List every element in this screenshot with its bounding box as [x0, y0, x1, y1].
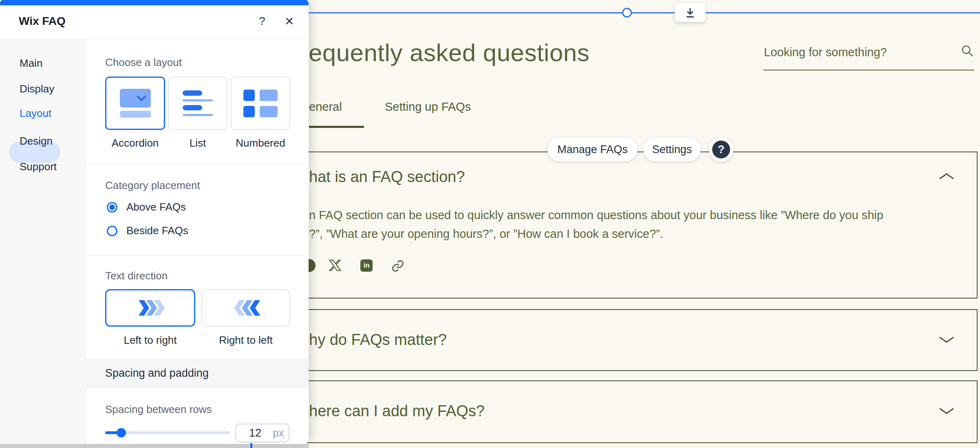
text-direction-label: Text direction — [105, 270, 168, 282]
download-button[interactable] — [675, 3, 706, 22]
numbered-label: Numbered — [231, 137, 290, 149]
ltr-label: Left to right — [105, 334, 195, 347]
numbered-layout-icon — [243, 90, 278, 117]
spacing-rows-label: Spacing between rows — [105, 403, 212, 416]
spacing-section-header[interactable]: Spacing and padding — [87, 359, 309, 387]
search-icon[interactable] — [960, 44, 974, 58]
rtl-arrows-icon — [234, 300, 258, 316]
slider-thumb[interactable] — [117, 428, 126, 437]
accordion-layout-icon — [120, 89, 151, 118]
sidebar-item-layout[interactable]: Layout — [20, 107, 51, 120]
direction-option-rtl[interactable] — [201, 289, 290, 327]
direction-option-ltr[interactable] — [105, 289, 195, 327]
list-label: List — [168, 137, 227, 149]
spacing-value-input[interactable] — [242, 426, 269, 440]
layout-option-numbered[interactable] — [231, 77, 290, 130]
spacing-value-field: px — [235, 424, 289, 442]
list-layout-icon — [183, 89, 213, 118]
panel-sidebar — [0, 40, 87, 444]
spacing-header-label: Spacing and padding — [105, 367, 209, 380]
panel-accent-bar — [0, 0, 309, 5]
settings-button[interactable]: Settings — [643, 138, 701, 161]
wix-faq-settings-panel: Wix FAQ ? ✕ Main Display Layout Design S… — [0, 0, 309, 444]
faq-answer-line-2: ?”, ”What are your opening hours?”, or ”… — [309, 227, 663, 241]
panel-help-button[interactable]: ? — [259, 15, 265, 28]
faq-answer-line-1: n FAQ section can be used to quickly ans… — [309, 209, 883, 222]
rtl-label: Right to left — [201, 334, 290, 347]
accordion-label: Accordion — [105, 137, 165, 149]
faq-question-2[interactable]: hy do FAQs matter? — [309, 331, 447, 349]
ltr-arrows-icon — [139, 300, 162, 316]
chevron-up-icon[interactable] — [939, 173, 954, 180]
question-mark-icon: ? — [712, 141, 730, 158]
radio-selected-icon — [107, 202, 117, 213]
radio-above-faqs[interactable]: Above FAQs — [107, 201, 186, 213]
bottom-blue-tick — [250, 443, 252, 448]
sidebar-item-main[interactable]: Main — [20, 57, 42, 70]
radio-unselected-icon — [107, 226, 117, 236]
screen: equently asked questions eneral Setting … — [0, 0, 980, 448]
sidebar-item-design[interactable]: Design — [20, 135, 53, 147]
px-unit-label: px — [273, 427, 284, 439]
choose-layout-label: Choose a layout — [105, 56, 182, 69]
manage-faqs-button[interactable]: Manage FAQs — [547, 138, 638, 161]
sidebar-item-display[interactable]: Display — [20, 83, 54, 95]
sidebar-item-support[interactable]: Support — [20, 160, 57, 173]
section-divider — [87, 164, 309, 164]
layout-option-accordion[interactable] — [105, 77, 165, 130]
category-placement-label: Category placement — [105, 179, 200, 192]
search-input[interactable] — [763, 41, 952, 64]
radio-above-faqs-label: Above FAQs — [126, 201, 186, 213]
search-underline — [763, 70, 974, 70]
breakpoint-marker[interactable] — [622, 8, 632, 18]
radio-beside-faqs[interactable]: Beside FAQs — [107, 224, 188, 237]
tab-setting-up-faqs[interactable]: Setting up FAQs — [385, 100, 471, 114]
chevron-down-icon[interactable] — [939, 336, 954, 343]
active-tab-underline — [309, 126, 364, 128]
panel-bottom-strip — [0, 444, 309, 448]
linkedin-icon[interactable]: in — [360, 259, 373, 272]
x-icon[interactable] — [329, 259, 342, 272]
panel-title: Wix FAQ — [19, 15, 66, 28]
radio-beside-faqs-label: Beside FAQs — [126, 224, 188, 237]
link-icon[interactable] — [391, 259, 404, 272]
section-divider — [87, 255, 309, 256]
tab-general[interactable]: eneral — [309, 100, 342, 114]
download-icon — [684, 7, 696, 19]
layout-option-list[interactable] — [168, 77, 227, 130]
faq-question-1[interactable]: hat is an FAQ section? — [309, 168, 465, 186]
faq-question-3[interactable]: here can I add my FAQs? — [309, 402, 485, 420]
close-icon[interactable]: ✕ — [285, 15, 294, 28]
chevron-down-icon[interactable] — [939, 408, 954, 414]
widget-help-button[interactable]: ? — [709, 137, 733, 162]
page-title: equently asked questions — [309, 39, 589, 67]
faq-search — [763, 41, 975, 71]
